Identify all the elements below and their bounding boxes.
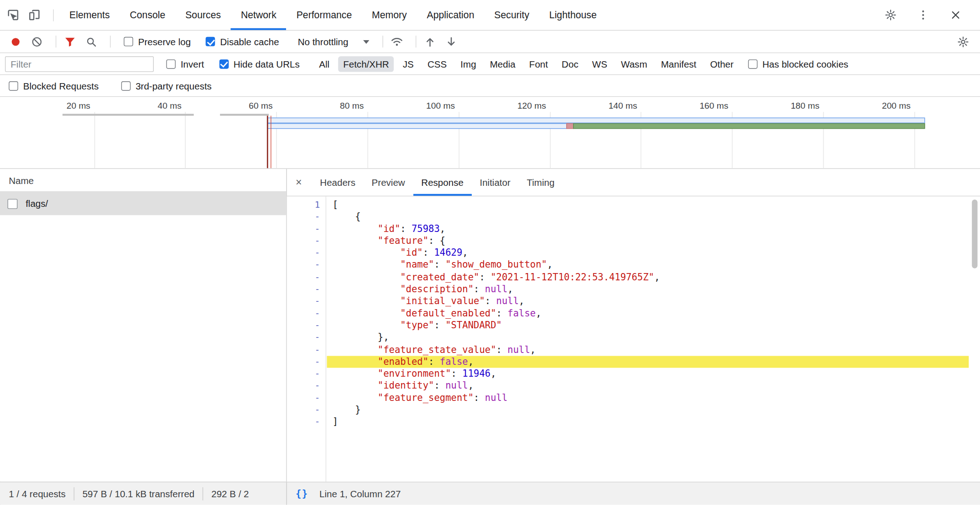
gear-icon bbox=[957, 35, 969, 47]
inspect-element-button[interactable] bbox=[5, 7, 21, 23]
tab-performance[interactable]: Performance bbox=[287, 0, 362, 30]
filter-type-img[interactable]: Img bbox=[455, 56, 481, 72]
pretty-print-button[interactable]: {} bbox=[296, 488, 308, 500]
response-editor[interactable]: 1------------------ [ { "id": 75983, "fe… bbox=[287, 196, 980, 482]
code-line: "initial_value": null, bbox=[327, 295, 969, 307]
filter-type-doc[interactable]: Doc bbox=[557, 56, 583, 72]
network-settings-button[interactable] bbox=[955, 33, 971, 50]
settings-button[interactable] bbox=[882, 7, 899, 23]
blocked-requests-toggle[interactable]: Blocked Requests bbox=[9, 80, 99, 91]
gutter-line: - bbox=[287, 211, 326, 223]
toolbar-separator bbox=[53, 9, 53, 21]
request-bar-waiting bbox=[267, 123, 567, 129]
disable-cache-toggle[interactable]: Disable cache bbox=[206, 36, 279, 47]
request-bar-download bbox=[573, 123, 925, 129]
devtools-window: ElementsConsoleSourcesNetworkPerformance… bbox=[0, 0, 980, 505]
detail-tab-timing[interactable]: Timing bbox=[519, 169, 563, 196]
clear-network-log-button[interactable] bbox=[29, 33, 45, 50]
gutter-line: - bbox=[287, 320, 326, 331]
more-options-button[interactable] bbox=[915, 7, 932, 23]
preserve-log-toggle[interactable]: Preserve log bbox=[124, 36, 191, 47]
status-bar: 1 / 4 requests 597 B / 10.1 kB transferr… bbox=[0, 482, 980, 505]
invert-toggle[interactable]: Invert bbox=[166, 58, 204, 69]
network-overview[interactable]: 20 ms40 ms60 ms80 ms100 ms120 ms140 ms16… bbox=[0, 97, 980, 169]
search-button[interactable] bbox=[83, 33, 99, 50]
filter-type-ws[interactable]: WS bbox=[587, 56, 612, 72]
download-arrow-icon bbox=[445, 35, 458, 47]
tab-elements[interactable]: Elements bbox=[59, 0, 120, 30]
filter-type-other[interactable]: Other bbox=[705, 56, 739, 72]
gutter-line: - bbox=[287, 380, 326, 392]
detail-tab-headers[interactable]: Headers bbox=[312, 169, 363, 196]
tab-console[interactable]: Console bbox=[120, 0, 176, 30]
gutter-line: - bbox=[287, 235, 326, 247]
throttling-select[interactable]: No throttling bbox=[298, 36, 370, 47]
invert-checkbox[interactable] bbox=[166, 59, 176, 68]
name-header-label: Name bbox=[9, 175, 34, 185]
chevron-down-icon bbox=[363, 40, 370, 43]
hide-data-urls-checkbox[interactable] bbox=[219, 59, 229, 68]
filter-type-font[interactable]: Font bbox=[524, 56, 553, 72]
column-header-name[interactable]: Name bbox=[0, 169, 286, 192]
tab-lighthouse[interactable]: Lighthouse bbox=[539, 0, 607, 30]
network-conditions-button[interactable] bbox=[389, 33, 406, 50]
code-line: "feature_segment": null bbox=[327, 392, 969, 404]
blocked-cookies-checkbox[interactable] bbox=[748, 59, 757, 68]
ruler-tick-label: 120 ms bbox=[493, 101, 546, 111]
tab-security[interactable]: Security bbox=[484, 0, 539, 30]
code-line: "default_enabled": false, bbox=[327, 308, 969, 320]
filter-type-all[interactable]: All bbox=[314, 56, 334, 72]
request-bar-total bbox=[267, 118, 925, 123]
filter-type-wasm[interactable]: Wasm bbox=[616, 56, 652, 72]
record-button[interactable] bbox=[7, 33, 24, 50]
toolbar-separator bbox=[110, 36, 110, 47]
detail-tab-response[interactable]: Response bbox=[413, 169, 472, 196]
filter-input[interactable] bbox=[5, 56, 154, 72]
filter-type-js[interactable]: JS bbox=[398, 56, 419, 72]
code-line: "feature": { bbox=[327, 235, 969, 247]
devtools-main-toolbar: ElementsConsoleSourcesNetworkPerformance… bbox=[0, 0, 980, 31]
status-separator bbox=[203, 487, 203, 500]
tab-memory[interactable]: Memory bbox=[362, 0, 417, 30]
close-devtools-button[interactable] bbox=[948, 7, 964, 23]
disable-cache-checkbox[interactable] bbox=[206, 37, 215, 47]
detail-tab-initiator[interactable]: Initiator bbox=[472, 169, 519, 196]
upload-arrow-icon bbox=[424, 35, 436, 47]
filter-type-css[interactable]: CSS bbox=[422, 56, 452, 72]
detail-tab-preview[interactable]: Preview bbox=[364, 169, 413, 196]
filter-type-manifest[interactable]: Manifest bbox=[656, 56, 702, 72]
ruler-tick-label: 20 ms bbox=[37, 101, 90, 111]
blocked-cookies-toggle[interactable]: Has blocked cookies bbox=[748, 58, 848, 69]
kebab-menu-icon bbox=[917, 9, 929, 21]
toggle-device-toolbar-button[interactable] bbox=[26, 7, 43, 23]
third-party-label: 3rd-party requests bbox=[136, 80, 212, 91]
clear-icon bbox=[31, 35, 43, 47]
filter-type-fetch-xhr[interactable]: Fetch/XHR bbox=[338, 56, 394, 72]
toolbar-separator bbox=[383, 36, 383, 47]
ruler-tick-label: 60 ms bbox=[219, 101, 272, 111]
inspect-cursor-icon bbox=[6, 8, 20, 22]
toolbar-separator bbox=[56, 36, 56, 47]
close-detail-button[interactable]: × bbox=[296, 176, 302, 189]
third-party-checkbox[interactable] bbox=[121, 81, 131, 90]
blocked-requests-checkbox[interactable] bbox=[9, 81, 18, 90]
tab-network[interactable]: Network bbox=[231, 0, 287, 30]
hide-data-urls-toggle[interactable]: Hide data URLs bbox=[219, 58, 300, 69]
request-checkbox[interactable] bbox=[7, 199, 17, 209]
preserve-log-checkbox[interactable] bbox=[124, 37, 133, 47]
third-party-toggle[interactable]: 3rd-party requests bbox=[121, 80, 212, 91]
gear-icon bbox=[884, 9, 897, 21]
filter-toggle-button[interactable] bbox=[62, 33, 78, 50]
preserve-log-label: Preserve log bbox=[138, 36, 191, 47]
code-line: "id": 14629, bbox=[327, 247, 969, 259]
import-har-button[interactable] bbox=[422, 33, 438, 50]
code-line: "enabled": false, bbox=[327, 356, 969, 368]
export-har-button[interactable] bbox=[443, 33, 460, 50]
filter-type-media[interactable]: Media bbox=[485, 56, 521, 72]
transferred-summary: 597 B / 10.1 kB transferred bbox=[83, 488, 195, 499]
tab-sources[interactable]: Sources bbox=[175, 0, 231, 30]
request-row-flags[interactable]: flags/ bbox=[0, 192, 286, 216]
ruler-tick-label: 80 ms bbox=[311, 101, 364, 111]
tab-application[interactable]: Application bbox=[417, 0, 485, 30]
vertical-scrollbar[interactable] bbox=[972, 200, 977, 268]
